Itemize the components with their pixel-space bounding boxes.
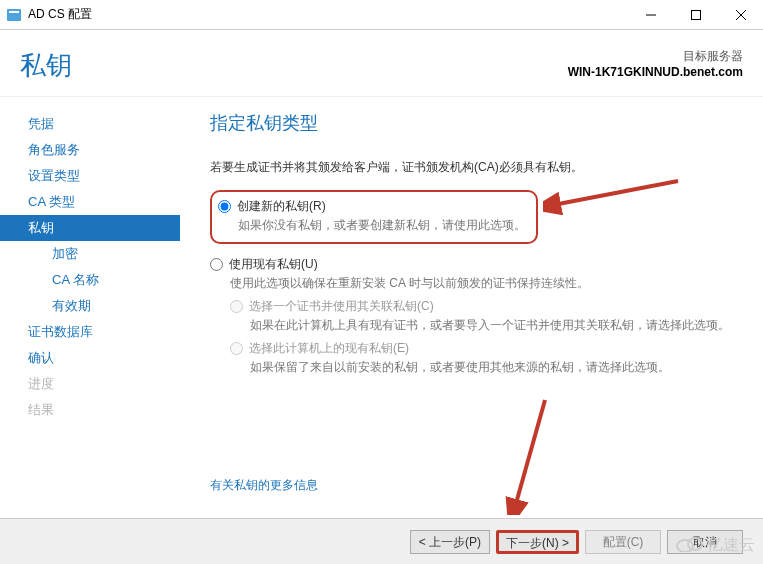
sidebar-item-validity-period[interactable]: 有效期 [0,293,180,319]
radio-create-new[interactable] [218,200,231,213]
radio-select-key-label: 选择此计算机上的现有私钥(E) [249,340,409,357]
sidebar-item-private-key[interactable]: 私钥 [0,215,180,241]
radio-create-new-desc: 如果你没有私钥，或者要创建新私钥，请使用此选项。 [238,217,526,234]
sidebar-item-results: 结果 [0,397,180,423]
sidebar-item-credentials[interactable]: 凭据 [0,111,180,137]
window-controls [628,0,763,30]
next-button[interactable]: 下一步(N) > [496,530,579,554]
target-server-host: WIN-1K71GKINNUD.benet.com [568,65,743,79]
footer: < 上一步(P) 下一步(N) > 配置(C) 取消 [0,518,763,564]
content-heading: 指定私钥类型 [210,111,743,135]
sub-option-select-cert: 选择一个证书并使用其关联私钥(C) 如果在此计算机上具有现有证书，或者要导入一个… [230,298,743,334]
option-create-new[interactable]: 创建新的私钥(R) [218,198,526,215]
radio-select-cert [230,300,243,313]
radio-select-cert-label: 选择一个证书并使用其关联私钥(C) [249,298,434,315]
svg-point-9 [688,538,702,550]
sidebar-item-role-services[interactable]: 角色服务 [0,137,180,163]
sidebar-item-ca-type[interactable]: CA 类型 [0,189,180,215]
radio-select-key-desc: 如果保留了来自以前安装的私钥，或者要使用其他来源的私钥，请选择此选项。 [250,359,743,376]
radio-use-existing-desc: 使用此选项以确保在重新安装 CA 时与以前颁发的证书保持连续性。 [230,275,743,292]
svg-rect-1 [9,11,19,13]
sidebar-item-cert-database[interactable]: 证书数据库 [0,319,180,345]
sidebar-item-ca-name[interactable]: CA 名称 [0,267,180,293]
sidebar-item-confirmation[interactable]: 确认 [0,345,180,371]
target-server-block: 目标服务器 WIN-1K71GKINNUD.benet.com [568,48,743,79]
more-info-link[interactable]: 有关私钥的更多信息 [210,477,318,494]
sidebar-item-cryptography[interactable]: 加密 [0,241,180,267]
close-button[interactable] [718,0,763,30]
configure-button: 配置(C) [585,530,661,554]
content-area: 指定私钥类型 若要生成证书并将其颁发给客户端，证书颁发机构(CA)必须具有私钥。… [180,97,763,506]
radio-use-existing-label: 使用现有私钥(U) [229,256,318,273]
svg-rect-0 [7,9,21,21]
titlebar: AD CS 配置 [0,0,763,30]
intro-text: 若要生成证书并将其颁发给客户端，证书颁发机构(CA)必须具有私钥。 [210,159,743,176]
radio-use-existing[interactable] [210,258,223,271]
previous-button[interactable]: < 上一步(P) [410,530,490,554]
sub-option-select-key: 选择此计算机上的现有私钥(E) 如果保留了来自以前安装的私钥，或者要使用其他来源… [230,340,743,376]
body-area: 凭据 角色服务 设置类型 CA 类型 私钥 加密 CA 名称 有效期 证书数据库… [0,96,763,506]
option-use-existing[interactable]: 使用现有私钥(U) 使用此选项以确保在重新安装 CA 时与以前颁发的证书保持连续… [210,256,743,376]
target-server-label: 目标服务器 [568,48,743,65]
header-area: 私钥 目标服务器 WIN-1K71GKINNUD.benet.com [0,30,763,96]
sidebar-item-setup-type[interactable]: 设置类型 [0,163,180,189]
cloud-icon [675,534,703,556]
maximize-button[interactable] [673,0,718,30]
svg-rect-3 [691,10,700,19]
radio-create-new-label: 创建新的私钥(R) [237,198,326,215]
sidebar: 凭据 角色服务 设置类型 CA 类型 私钥 加密 CA 名称 有效期 证书数据库… [0,97,180,506]
radio-select-key [230,342,243,355]
watermark-text: 亿速云 [707,535,755,556]
app-icon [6,7,22,23]
radio-select-cert-desc: 如果在此计算机上具有现有证书，或者要导入一个证书并使用其关联私钥，请选择此选项。 [250,317,743,334]
option-create-new-highlight: 创建新的私钥(R) 如果你没有私钥，或者要创建新私钥，请使用此选项。 [210,190,538,244]
watermark: 亿速云 [675,534,755,556]
minimize-button[interactable] [628,0,673,30]
sidebar-item-progress: 进度 [0,371,180,397]
svg-point-8 [677,540,693,552]
window-title: AD CS 配置 [28,6,628,23]
